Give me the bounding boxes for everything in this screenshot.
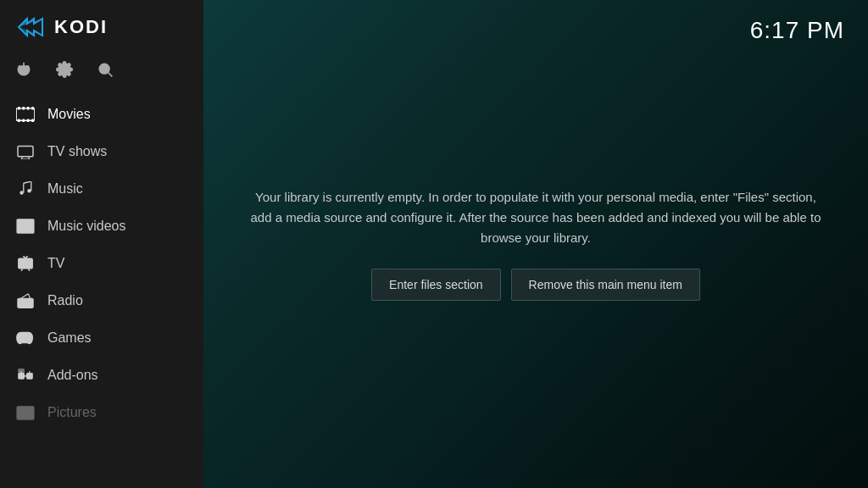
dialog-actions: Enter files section Remove this main men… (248, 269, 824, 301)
svg-rect-33 (19, 301, 25, 302)
svg-rect-12 (22, 119, 25, 122)
games-icon (15, 328, 36, 348)
sidebar-item-movies[interactable]: Movies (0, 96, 203, 133)
pictures-icon (15, 402, 36, 423)
svg-rect-7 (18, 107, 20, 110)
toolbar (0, 54, 203, 96)
main-content: 6:17 PM Your library is currently empty.… (203, 0, 868, 488)
music-icon (15, 179, 36, 199)
music-videos-icon (15, 216, 36, 236)
svg-rect-41 (27, 374, 33, 380)
clock-display: 6:17 PM (750, 17, 844, 44)
svg-line-34 (20, 294, 28, 299)
sidebar: KODI (0, 0, 203, 488)
svg-line-21 (24, 181, 31, 183)
svg-rect-10 (31, 107, 34, 110)
svg-rect-8 (22, 107, 25, 110)
tv-shows-label: TV shows (47, 144, 107, 159)
radio-label: Radio (47, 293, 83, 308)
svg-rect-40 (19, 374, 25, 380)
svg-rect-43 (17, 407, 34, 419)
svg-point-39 (30, 338, 31, 340)
add-ons-icon (15, 365, 36, 385)
empty-library-dialog: Your library is currently empty. In orde… (231, 170, 841, 318)
music-label: Music (47, 181, 83, 197)
sidebar-item-radio[interactable]: Radio (0, 282, 203, 319)
movies-icon (15, 104, 36, 125)
radio-icon (15, 291, 36, 311)
sidebar-item-music[interactable]: Music (0, 170, 203, 208)
nav-menu: Movies TV shows (0, 96, 203, 488)
app-title: KODI (54, 16, 108, 38)
power-icon[interactable] (15, 61, 32, 82)
sidebar-item-add-ons[interactable]: Add-ons (0, 357, 203, 394)
sidebar-item-games[interactable]: Games (0, 319, 203, 357)
svg-rect-11 (18, 119, 20, 122)
add-ons-label: Add-ons (47, 368, 98, 383)
svg-rect-6 (16, 108, 35, 120)
svg-rect-26 (19, 258, 32, 268)
dialog-message: Your library is currently empty. In orde… (248, 187, 824, 248)
svg-rect-9 (27, 107, 30, 110)
sidebar-item-tv[interactable]: TV (0, 245, 203, 282)
kodi-logo-icon (15, 12, 46, 42)
svg-line-5 (108, 73, 113, 77)
movies-label: Movies (47, 107, 91, 122)
games-label: Games (47, 330, 92, 346)
tv-shows-icon (15, 141, 36, 162)
sidebar-item-music-videos[interactable]: Music videos (0, 208, 203, 245)
music-videos-label: Music videos (47, 219, 125, 234)
search-icon[interactable] (97, 61, 114, 82)
svg-rect-15 (18, 146, 33, 156)
svg-point-32 (26, 301, 31, 305)
sidebar-item-pictures[interactable]: Pictures (0, 394, 203, 431)
svg-rect-14 (31, 119, 34, 122)
app-header: KODI (0, 0, 203, 54)
settings-icon[interactable] (56, 61, 73, 82)
svg-rect-22 (17, 219, 34, 233)
svg-rect-13 (27, 119, 30, 122)
svg-point-4 (99, 64, 109, 74)
tv-label: TV (47, 256, 64, 271)
tv-icon (15, 253, 36, 274)
pictures-label: Pictures (47, 405, 97, 420)
sidebar-item-tv-shows[interactable]: TV shows (0, 133, 203, 170)
svg-line-35 (28, 294, 30, 299)
enter-files-section-button[interactable]: Enter files section (371, 269, 501, 301)
remove-menu-item-button[interactable]: Remove this main menu item (511, 269, 700, 301)
